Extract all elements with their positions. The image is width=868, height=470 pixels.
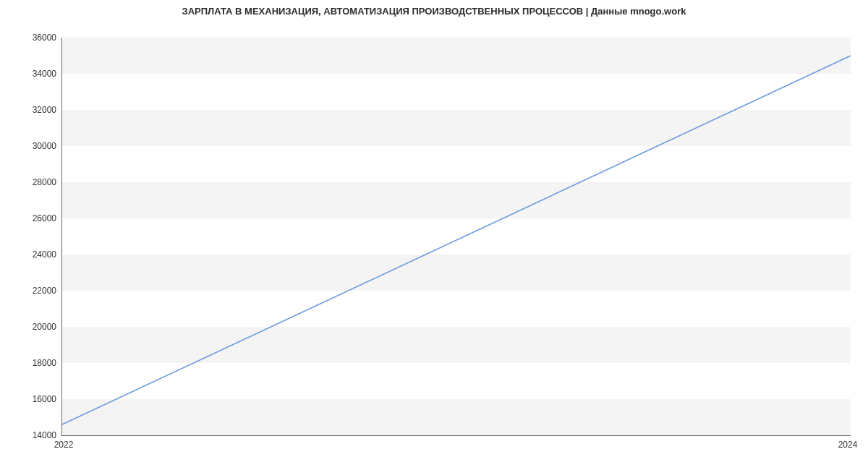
y-tick-label: 36000 <box>6 33 56 43</box>
y-tick-label: 16000 <box>6 394 56 404</box>
y-tick-label: 14000 <box>6 430 56 440</box>
y-tick-label: 34000 <box>6 69 56 79</box>
series-line-salary <box>62 56 851 424</box>
chart-title: ЗАРПЛАТА В МЕХАНИЗАЦИЯ, АВТОМАТИЗАЦИЯ ПР… <box>0 6 868 17</box>
line-layer <box>62 38 851 435</box>
y-tick-label: 32000 <box>6 105 56 115</box>
y-tick-label: 28000 <box>6 177 56 187</box>
y-tick-label: 26000 <box>6 213 56 223</box>
y-tick-label: 20000 <box>6 322 56 332</box>
y-tick-label: 18000 <box>6 358 56 368</box>
y-tick-label: 24000 <box>6 249 56 260</box>
chart-container: ЗАРПЛАТА В МЕХАНИЗАЦИЯ, АВТОМАТИЗАЦИЯ ПР… <box>0 0 868 470</box>
y-tick-label: 30000 <box>6 141 56 151</box>
plot-area <box>61 38 851 436</box>
x-tick-label: 2022 <box>54 440 74 450</box>
y-tick-label: 22000 <box>6 286 56 296</box>
x-tick-label: 2024 <box>838 440 858 450</box>
